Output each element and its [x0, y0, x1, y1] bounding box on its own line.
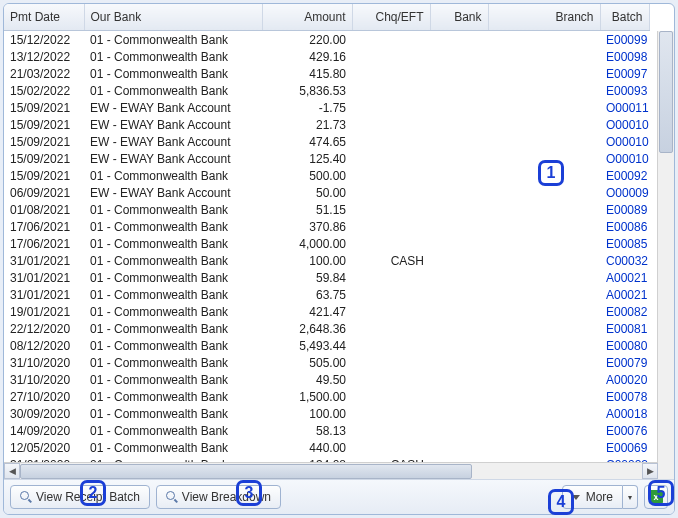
col-pmt-date[interactable]: Pmt Date — [4, 4, 84, 31]
magnifier-icon — [166, 491, 178, 503]
col-bank[interactable]: Bank — [430, 4, 488, 31]
table-row[interactable]: 27/10/202001 - Commonwealth Bank1,500.00… — [4, 388, 649, 405]
cell-branch — [488, 371, 600, 388]
cell-batch[interactable]: O00009 — [600, 184, 649, 201]
horizontal-scrollbar[interactable]: ◀ ▶ — [4, 462, 658, 479]
cell-pmt-date: 14/09/2020 — [4, 422, 84, 439]
cell-batch[interactable]: E00079 — [600, 354, 649, 371]
cell-branch — [488, 388, 600, 405]
cell-batch[interactable]: E00078 — [600, 388, 649, 405]
table-row[interactable]: 12/05/202001 - Commonwealth Bank440.00E0… — [4, 439, 649, 456]
cell-batch[interactable]: E00080 — [600, 337, 649, 354]
table-body-viewport: 15/12/202201 - Commonwealth Bank220.00E0… — [4, 31, 674, 463]
cell-amount: 100.00 — [262, 252, 352, 269]
cell-bank — [430, 99, 488, 116]
cell-our-bank: EW - EWAY Bank Account — [84, 150, 262, 167]
col-batch[interactable]: Batch — [600, 4, 649, 31]
col-our-bank[interactable]: Our Bank — [84, 4, 262, 31]
cell-batch[interactable]: E00086 — [600, 218, 649, 235]
scroll-right-arrow-icon[interactable]: ▶ — [642, 463, 658, 479]
cell-batch[interactable]: A00018 — [600, 405, 649, 422]
cell-branch — [488, 320, 600, 337]
cell-our-bank: 01 - Commonwealth Bank — [84, 286, 262, 303]
table-row[interactable]: 30/09/202001 - Commonwealth Bank100.00A0… — [4, 405, 649, 422]
col-chq-eft[interactable]: Chq/EFT — [352, 4, 430, 31]
cell-branch — [488, 82, 600, 99]
cell-batch[interactable]: A00021 — [600, 269, 649, 286]
col-amount[interactable]: Amount — [262, 4, 352, 31]
cell-amount: 5,836.53 — [262, 82, 352, 99]
cell-batch[interactable]: E00069 — [600, 439, 649, 456]
cell-batch[interactable]: E00076 — [600, 422, 649, 439]
cell-chq-eft — [352, 354, 430, 371]
table-row[interactable]: 22/12/202001 - Commonwealth Bank2,648.36… — [4, 320, 649, 337]
table-row[interactable]: 17/06/202101 - Commonwealth Bank4,000.00… — [4, 235, 649, 252]
table-row[interactable]: 14/09/202001 - Commonwealth Bank58.13E00… — [4, 422, 649, 439]
cell-batch[interactable]: E00085 — [600, 235, 649, 252]
cell-batch[interactable]: O00010 — [600, 150, 649, 167]
table-row[interactable]: 31/10/202001 - Commonwealth Bank49.50A00… — [4, 371, 649, 388]
cell-branch — [488, 235, 600, 252]
cell-batch[interactable]: E00092 — [600, 167, 649, 184]
table-row[interactable]: 19/01/202101 - Commonwealth Bank421.47E0… — [4, 303, 649, 320]
cell-batch[interactable]: O00010 — [600, 116, 649, 133]
scroll-left-arrow-icon[interactable]: ◀ — [4, 463, 20, 479]
cell-our-bank: EW - EWAY Bank Account — [84, 133, 262, 150]
table-row[interactable]: 15/02/202201 - Commonwealth Bank5,836.53… — [4, 82, 649, 99]
more-label: More — [586, 490, 613, 504]
table-row[interactable]: 15/09/2021EW - EWAY Bank Account-1.75O00… — [4, 99, 649, 116]
cell-amount: 21.73 — [262, 116, 352, 133]
cell-batch[interactable]: E00098 — [600, 48, 649, 65]
cell-batch[interactable]: E00097 — [600, 65, 649, 82]
cell-batch[interactable]: O00011 — [600, 99, 649, 116]
cell-bank — [430, 133, 488, 150]
cell-amount: 505.00 — [262, 354, 352, 371]
cell-batch[interactable]: E00082 — [600, 303, 649, 320]
cell-batch[interactable]: E00089 — [600, 201, 649, 218]
cell-pmt-date: 15/09/2021 — [4, 116, 84, 133]
table-row[interactable]: 31/10/202001 - Commonwealth Bank505.00E0… — [4, 354, 649, 371]
table-row[interactable]: 31/01/202101 - Commonwealth Bank59.84A00… — [4, 269, 649, 286]
cell-batch[interactable]: C00032 — [600, 252, 649, 269]
cell-chq-eft — [352, 150, 430, 167]
cell-pmt-date: 31/01/2021 — [4, 252, 84, 269]
cell-amount: 474.65 — [262, 133, 352, 150]
cell-batch[interactable]: O00010 — [600, 133, 649, 150]
table-row[interactable]: 17/06/202101 - Commonwealth Bank370.86E0… — [4, 218, 649, 235]
cell-batch[interactable]: E00093 — [600, 82, 649, 99]
table-row[interactable]: 08/12/202001 - Commonwealth Bank5,493.44… — [4, 337, 649, 354]
cell-branch — [488, 133, 600, 150]
cell-batch[interactable]: A00020 — [600, 371, 649, 388]
vertical-scroll-thumb[interactable] — [659, 31, 673, 153]
cell-bank — [430, 286, 488, 303]
cell-our-bank: 01 - Commonwealth Bank — [84, 65, 262, 82]
cell-branch — [488, 337, 600, 354]
more-dropdown-toggle[interactable]: ▾ — [623, 485, 638, 509]
table-row[interactable]: 06/09/2021EW - EWAY Bank Account50.00O00… — [4, 184, 649, 201]
table-row[interactable]: 21/03/202201 - Commonwealth Bank415.80E0… — [4, 65, 649, 82]
horizontal-scroll-thumb[interactable] — [20, 464, 472, 479]
cell-amount: 370.86 — [262, 218, 352, 235]
table-row[interactable]: 31/01/202101 - Commonwealth Bank63.75A00… — [4, 286, 649, 303]
cell-bank — [430, 184, 488, 201]
cell-pmt-date: 15/09/2021 — [4, 150, 84, 167]
vertical-scrollbar[interactable] — [657, 31, 674, 463]
cell-pmt-date: 31/01/2021 — [4, 286, 84, 303]
table-row[interactable]: 15/09/2021EW - EWAY Bank Account21.73O00… — [4, 116, 649, 133]
cell-batch[interactable]: E00081 — [600, 320, 649, 337]
table-row[interactable]: 31/01/202101 - Commonwealth Bank100.00CA… — [4, 252, 649, 269]
cell-bank — [430, 218, 488, 235]
cell-batch[interactable]: A00021 — [600, 286, 649, 303]
cell-amount: 415.80 — [262, 65, 352, 82]
cell-our-bank: 01 - Commonwealth Bank — [84, 422, 262, 439]
cell-branch — [488, 303, 600, 320]
table-row[interactable]: 01/08/202101 - Commonwealth Bank51.15E00… — [4, 201, 649, 218]
table-row[interactable]: 15/09/2021EW - EWAY Bank Account474.65O0… — [4, 133, 649, 150]
cell-branch — [488, 269, 600, 286]
view-breakdown-button[interactable]: View Breakdown — [156, 485, 281, 509]
col-branch[interactable]: Branch — [488, 4, 600, 31]
callout-4: 4 — [548, 489, 574, 515]
table-row[interactable]: 15/12/202201 - Commonwealth Bank220.00E0… — [4, 31, 649, 48]
cell-batch[interactable]: E00099 — [600, 31, 649, 48]
table-row[interactable]: 13/12/202201 - Commonwealth Bank429.16E0… — [4, 48, 649, 65]
